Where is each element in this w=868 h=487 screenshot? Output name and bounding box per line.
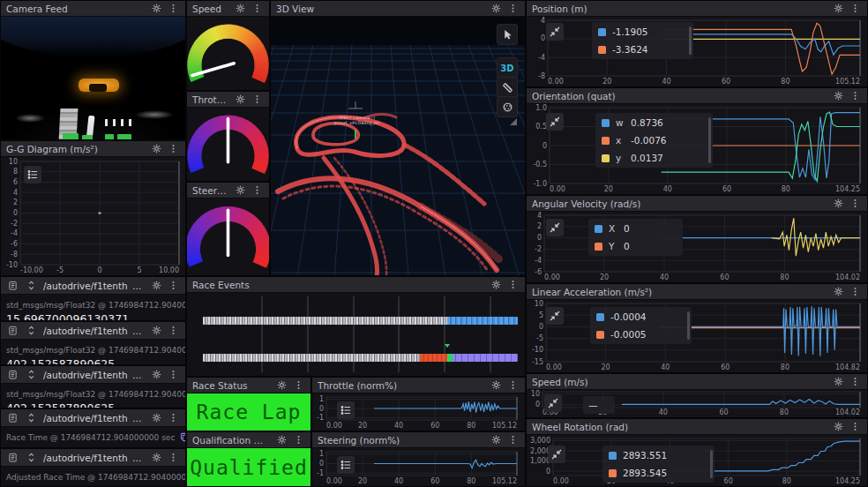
orientation-plot[interactable]: 1.00.50-0.5-1.00.0020406080104.25w0.8736… — [527, 104, 867, 194]
legend-collapse-icon[interactable] — [548, 446, 565, 463]
panel-menu-icon[interactable] — [849, 285, 862, 298]
settings-icon[interactable] — [490, 2, 503, 15]
speed-gauge — [187, 17, 269, 90]
expand-all-icon[interactable] — [25, 368, 38, 381]
settings-icon[interactable] — [832, 285, 845, 298]
plot-legend[interactable]: w0.8736x-0.0076y0.0137 — [595, 113, 713, 168]
angular-plot[interactable]: 420-2-4-60.0020406080104.02X0Y0 — [527, 212, 867, 282]
race-events-timeline[interactable] — [187, 293, 525, 376]
event-segment[interactable] — [447, 317, 518, 325]
legend-scrollbar[interactable] — [708, 117, 711, 163]
panel-menu-icon[interactable] — [292, 433, 305, 446]
event-segment[interactable] — [203, 317, 447, 325]
plot-legend[interactable]: — — [583, 396, 615, 414]
plot-legend[interactable]: 2893.5512893.545 — [602, 446, 715, 483]
settings-icon[interactable] — [832, 197, 845, 210]
panel-menu-icon[interactable] — [167, 142, 180, 155]
legend-collapse-icon[interactable] — [546, 307, 564, 325]
legend-scrollbar[interactable] — [710, 450, 713, 478]
publish-point-icon[interactable] — [497, 96, 518, 117]
panel-menu-icon[interactable] — [167, 411, 180, 424]
settings-icon[interactable] — [275, 378, 288, 392]
legend-list-icon[interactable] — [24, 166, 41, 184]
panel-menu-icon[interactable] — [849, 197, 862, 210]
copy-message-icon[interactable] — [178, 431, 186, 444]
panel-menu-icon[interactable] — [849, 375, 862, 388]
legend-list-icon[interactable] — [337, 456, 355, 474]
event-timeline-bar[interactable] — [203, 317, 518, 325]
settings-icon[interactable] — [490, 433, 503, 446]
plot-legend[interactable]: -1.1905-3.3624 — [592, 22, 693, 59]
event-timeline-bar[interactable] — [203, 354, 518, 362]
position-plot[interactable]: 40-4-80.0020406080105.12-1.1905-3.3624 — [527, 17, 867, 86]
settings-icon[interactable] — [832, 89, 845, 102]
raw-message-header[interactable]: /autodrive/f1tenth_1/adjusted_r… — [1, 449, 185, 467]
panel-menu-icon[interactable] — [849, 420, 862, 433]
speedms-plot[interactable]: 1000.0020406080104.02— — [527, 390, 867, 417]
settings-icon[interactable] — [150, 368, 163, 381]
panel-menu-icon[interactable] — [167, 324, 180, 337]
expand-all-icon[interactable] — [25, 411, 38, 424]
panel-menu-icon[interactable] — [167, 368, 180, 381]
panel-menu-icon[interactable] — [506, 2, 520, 15]
legend-collapse-icon[interactable] — [546, 219, 564, 236]
settings-icon[interactable] — [832, 375, 845, 388]
linear-plot[interactable]: 1050-5-10-150.0020406080104.82-0.0004-0.… — [527, 300, 867, 372]
raw-message-header[interactable]: /autodrive/f1tenth_1/lap_time.d… — [1, 277, 185, 295]
settings-icon[interactable] — [234, 184, 247, 197]
settings-icon[interactable] — [832, 420, 845, 433]
panel-menu-icon[interactable] — [167, 2, 180, 15]
event-segment[interactable] — [420, 354, 446, 362]
settings-icon[interactable] — [150, 279, 163, 292]
3d-mode-button[interactable]: 3D — [497, 57, 518, 79]
settings-icon[interactable] — [832, 2, 845, 15]
linear-plot-panel: Linear Acceleration (m/s²) 1050-5-10-150… — [526, 283, 868, 373]
wheel-plot[interactable]: 3,0002,0001,00000.0020406080104.252893.5… — [527, 435, 867, 486]
panel-menu-icon[interactable] — [506, 278, 520, 291]
legend-collapse-icon[interactable] — [546, 113, 564, 131]
settings-icon[interactable] — [150, 2, 163, 15]
plot-legend[interactable]: X0Y0 — [588, 219, 683, 256]
measure-tool-icon[interactable] — [497, 77, 518, 98]
expand-all-icon[interactable] — [25, 324, 38, 337]
svg-text:4: 4 — [541, 17, 545, 25]
legend-collapse-icon[interactable] — [546, 23, 564, 41]
settings-icon[interactable] — [150, 324, 163, 337]
settings-icon[interactable] — [234, 2, 247, 15]
panel-menu-icon[interactable] — [167, 451, 180, 464]
panel-menu-icon[interactable] — [251, 93, 264, 106]
panel-menu-icon[interactable] — [506, 433, 520, 446]
raw-message-header[interactable]: /autodrive/f1tenth_1/last_lap_ti… — [1, 322, 185, 340]
select-tool-button[interactable] — [497, 24, 518, 45]
gg-diagram-plot[interactable]: 1086420-2-4-6-8-10-10.00-50510.00 — [1, 157, 185, 275]
settings-icon[interactable] — [150, 411, 163, 424]
expand-all-icon[interactable] — [25, 451, 38, 464]
throttle-norm-plot[interactable]: 10-10.0020406080105.12 — [312, 393, 525, 431]
legend-collapse-icon[interactable] — [544, 394, 562, 412]
raw-message-header[interactable]: /autodrive/f1tenth_1/best_lap_ti… — [1, 366, 185, 384]
panel-menu-icon[interactable] — [292, 378, 305, 392]
legend-scrollbar[interactable] — [687, 311, 690, 340]
expand-all-icon[interactable] — [25, 279, 38, 292]
settings-icon[interactable] — [150, 142, 163, 155]
settings-icon[interactable] — [150, 451, 163, 464]
event-segment[interactable] — [453, 354, 518, 362]
raw-message-header[interactable]: /autodrive/f1tenth_1/race_time_… — [1, 409, 185, 427]
event-segment[interactable] — [203, 354, 420, 362]
settings-icon[interactable] — [275, 433, 288, 446]
panel-menu-icon[interactable] — [251, 2, 264, 15]
legend-list-icon[interactable] — [337, 401, 355, 419]
panel-menu-icon[interactable] — [849, 89, 862, 102]
panel-menu-icon[interactable] — [167, 279, 180, 292]
panel-menu-icon[interactable] — [849, 2, 862, 15]
steering-norm-plot[interactable]: 10-10.0020406080105.12 — [312, 448, 525, 486]
panel-menu-icon[interactable] — [506, 378, 520, 392]
panel-menu-icon[interactable] — [251, 184, 264, 197]
settings-icon[interactable] — [490, 278, 503, 291]
toolbar-resize-corner[interactable] — [509, 117, 518, 126]
settings-icon[interactable] — [234, 93, 247, 106]
settings-icon[interactable] — [490, 378, 503, 392]
plot-legend[interactable]: -0.0004-0.0005 — [590, 307, 692, 344]
3d-scene[interactable]: (f1m² camera--) pixszt_sPCOBEDJ_ml 3D — [271, 17, 525, 275]
legend-scrollbar[interactable] — [689, 26, 692, 55]
